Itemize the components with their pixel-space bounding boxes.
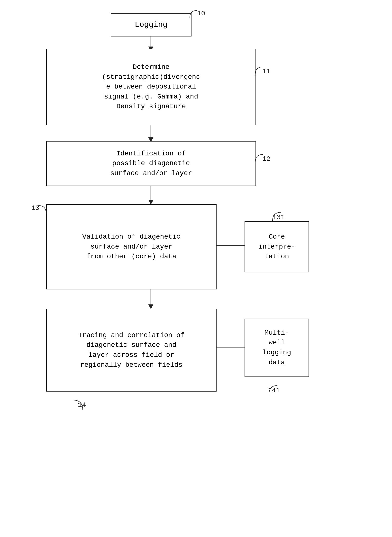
step14-box: Tracing and correlation of diagenetic su… — [46, 309, 217, 392]
step11-box: Determine (stratigraphic)divergenc e bet… — [46, 49, 256, 125]
curve-11 — [253, 66, 267, 77]
step131-label: Core interpre- tation — [258, 232, 295, 262]
step13-box: Validation of diagenetic surface and/or … — [46, 204, 217, 289]
step11-label: Determine (stratigraphic)divergenc e bet… — [102, 62, 200, 112]
curve-12 — [253, 153, 267, 164]
diagram-container: Logging 10 Determine (stratigraphic)dive… — [0, 0, 392, 537]
curve-10 — [187, 9, 202, 19]
svg-marker-5 — [148, 200, 153, 204]
curve-141 — [266, 384, 283, 396]
step14-label: Tracing and correlation of diagenetic su… — [78, 331, 185, 370]
logging-box: Logging — [111, 13, 191, 36]
step131-box: Core interpre- tation — [245, 221, 309, 272]
step12-box: Identification of possible diagenetic su… — [46, 141, 256, 186]
curve-14 — [68, 399, 88, 411]
step141-box: Multi- well logging data — [245, 319, 309, 377]
step12-label: Identification of possible diagenetic su… — [110, 149, 192, 179]
curve-131 — [270, 211, 287, 222]
svg-marker-9 — [148, 304, 153, 309]
curve-13 — [34, 204, 50, 215]
logging-label: Logging — [135, 19, 167, 30]
step13-label: Validation of diagenetic surface and/or … — [82, 232, 180, 262]
step141-label: Multi- well logging data — [263, 328, 291, 367]
